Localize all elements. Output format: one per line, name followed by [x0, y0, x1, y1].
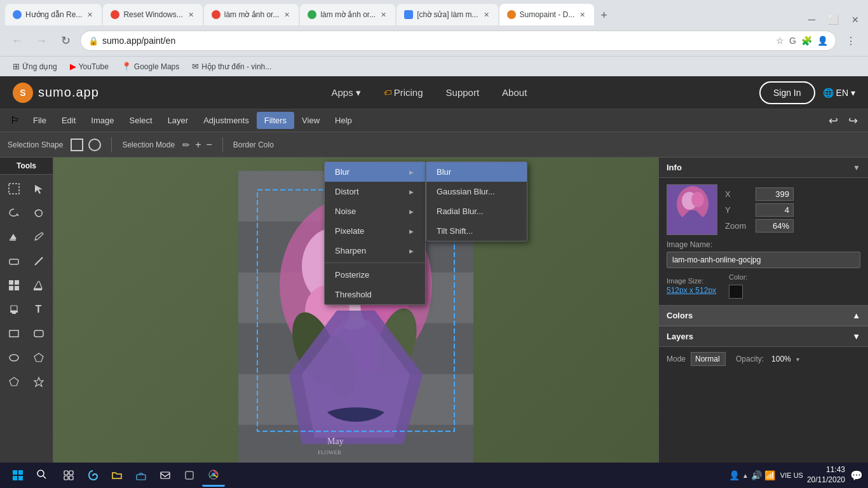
menu-file[interactable]: File: [25, 112, 54, 129]
search-button[interactable]: [36, 468, 47, 482]
tool-round-rect[interactable]: [27, 322, 50, 345]
blur-tiltshift-item[interactable]: Tilt Shift...: [426, 221, 527, 241]
tool-marquee[interactable]: [3, 177, 25, 200]
tool-pencil[interactable]: [27, 226, 50, 248]
blur-radial-item[interactable]: Radial Blur...: [426, 201, 527, 221]
taskbar-task-view[interactable]: [57, 464, 80, 487]
nav-pricing[interactable]: 🏷 Pricing: [374, 82, 433, 103]
language-button[interactable]: 🌐 EN ▾: [823, 88, 855, 98]
tab-close-3[interactable]: ✕: [283, 10, 291, 20]
bookmark-gmail[interactable]: ✉ Hộp thư đến - vinh...: [187, 60, 276, 73]
address-bar[interactable]: 🔒 sumo.app/paint/en ☆ G 🧩 👤: [80, 30, 836, 51]
menu-adjustments[interactable]: Adjustments: [196, 112, 257, 129]
menu-image[interactable]: Image: [83, 112, 121, 129]
tool-lasso[interactable]: [3, 201, 25, 224]
tool-pattern[interactable]: [3, 274, 25, 297]
tool-paint-bucket[interactable]: [3, 226, 25, 248]
extension-icon[interactable]: 🧩: [801, 36, 812, 46]
taskbar-edge[interactable]: [81, 464, 104, 487]
filter-distort-item[interactable]: Distort ►: [325, 182, 425, 201]
translate-icon[interactable]: G: [789, 36, 796, 46]
taskbar-file-explorer[interactable]: [105, 464, 128, 487]
taskbar-unknown[interactable]: [178, 464, 201, 487]
tab-1[interactable]: Hướng dẫn Re... ✕: [5, 4, 102, 25]
tool-rect-shape[interactable]: [3, 322, 25, 345]
undo-icon[interactable]: ↩: [824, 114, 843, 128]
tool-lasso-free[interactable]: [27, 201, 50, 224]
filter-sharpen-item[interactable]: Sharpen ►: [325, 241, 425, 261]
tab-4[interactable]: làm mờ ảnh or... ✕: [300, 4, 395, 25]
mode-subtract-icon[interactable]: −: [206, 139, 212, 151]
layers-collapse-icon[interactable]: ▼: [852, 332, 860, 341]
blur-gaussian-item[interactable]: Gaussian Blur...: [426, 182, 527, 201]
taskbar-chevron-icon[interactable]: ▲: [742, 472, 749, 479]
layer-mode-select[interactable]: Normal Multiply Screen: [691, 352, 726, 366]
colors-header[interactable]: Colors ▲: [659, 305, 868, 326]
mode-add-icon[interactable]: +: [195, 139, 201, 151]
tool-pentagon[interactable]: [3, 370, 25, 393]
star-icon[interactable]: ☆: [776, 36, 784, 46]
taskbar-person-icon[interactable]: 👤: [729, 470, 740, 480]
info-panel-header[interactable]: Info ▼: [659, 158, 868, 178]
notification-icon[interactable]: 💬: [850, 470, 863, 482]
tool-eraser[interactable]: [3, 250, 25, 273]
tab-6[interactable]: Sumopaint - D... ✕: [499, 4, 595, 25]
colors-expand-icon[interactable]: ▲: [852, 311, 860, 320]
bookmark-youtube[interactable]: ▶ YouTube: [65, 60, 114, 73]
circle-selection-button[interactable]: [88, 139, 101, 151]
taskbar-speaker-icon[interactable]: 🔊: [751, 470, 762, 480]
new-tab-button[interactable]: +: [595, 9, 613, 22]
tab-close-6[interactable]: ✕: [578, 10, 587, 20]
start-button[interactable]: [5, 463, 31, 488]
bookmark-apps[interactable]: ⊞ Ứng dụng: [8, 60, 62, 73]
tab-close-4[interactable]: ✕: [379, 10, 388, 20]
blur-blur-item[interactable]: Blur: [426, 162, 527, 182]
minimize-icon[interactable]: ─: [804, 14, 819, 25]
taskbar-mail[interactable]: [154, 464, 177, 487]
maximize-icon[interactable]: ⬜: [824, 15, 843, 25]
filter-pixelate-item[interactable]: Pixelate ►: [325, 221, 425, 241]
redo-icon[interactable]: ↪: [843, 114, 863, 128]
tool-line[interactable]: [27, 250, 50, 273]
forward-button[interactable]: →: [32, 31, 51, 50]
sign-in-button[interactable]: Sign In: [759, 81, 815, 104]
tool-text[interactable]: T: [27, 298, 50, 321]
more-options-icon[interactable]: ⋮: [841, 31, 860, 50]
filter-blur-item[interactable]: Blur ►: [325, 162, 425, 182]
back-button[interactable]: ←: [8, 31, 27, 50]
filter-threshold-item[interactable]: Threshold: [325, 285, 425, 304]
filter-noise-item[interactable]: Noise ►: [325, 201, 425, 221]
tab-close-5[interactable]: ✕: [482, 10, 491, 20]
close-window-icon[interactable]: ✕: [848, 15, 863, 25]
tool-fill[interactable]: [27, 274, 50, 297]
tab-2[interactable]: Reset Windows... ✕: [103, 4, 202, 25]
nav-support[interactable]: Support: [436, 82, 490, 103]
image-name-input[interactable]: [667, 252, 860, 268]
tool-stamp[interactable]: [3, 298, 25, 321]
nav-apps[interactable]: Apps ▾: [321, 82, 370, 104]
refresh-button[interactable]: ↻: [56, 31, 75, 50]
menu-select[interactable]: Select: [122, 112, 160, 129]
tool-arrow[interactable]: [27, 177, 50, 200]
menu-help[interactable]: Help: [327, 112, 360, 129]
rect-selection-button[interactable]: [71, 139, 83, 151]
taskbar-store[interactable]: [130, 464, 153, 487]
filter-posterize-item[interactable]: Posterize: [325, 265, 425, 285]
profile-icon[interactable]: 👤: [817, 36, 828, 46]
layers-header[interactable]: Layers ▼: [659, 326, 868, 347]
tab-3[interactable]: làm mờ ảnh or... ✕: [204, 4, 299, 25]
tab-5[interactable]: [chờ sửa] làm m... ✕: [397, 4, 498, 25]
tab-close-2[interactable]: ✕: [187, 10, 195, 20]
menu-filters[interactable]: Filters: [257, 112, 294, 129]
tool-ellipse[interactable]: [3, 346, 25, 369]
taskbar-chrome[interactable]: [202, 464, 225, 487]
color-swatch[interactable]: [729, 285, 743, 299]
taskbar-wifi-icon[interactable]: 📶: [764, 470, 775, 480]
tool-star[interactable]: [27, 370, 50, 393]
mode-pencil-icon[interactable]: ✏: [182, 140, 190, 150]
menu-layer[interactable]: Layer: [160, 112, 196, 129]
tab-close-1[interactable]: ✕: [86, 10, 94, 20]
menu-edit[interactable]: Edit: [54, 112, 83, 129]
bookmark-maps[interactable]: 📍 Google Maps: [116, 60, 184, 73]
nav-about[interactable]: About: [492, 82, 537, 103]
